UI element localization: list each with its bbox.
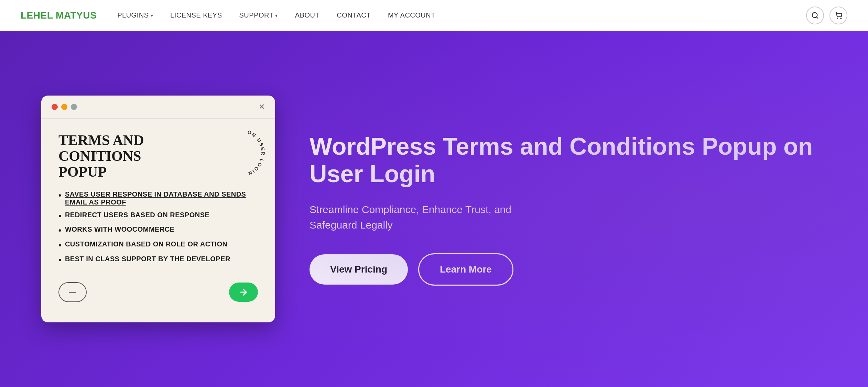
accept-button[interactable]: [229, 283, 258, 302]
decline-button[interactable]: —: [58, 282, 87, 302]
list-item: • SAVES USER RESPONSE IN DATABASE AND SE…: [58, 190, 258, 206]
cart-icon: [835, 12, 842, 19]
traffic-light-gray: [71, 104, 77, 110]
list-item: • REDIRECT USERS BASED ON RESPONSE: [58, 211, 258, 221]
traffic-light-red: [52, 104, 58, 110]
main-nav: PLUGINS ▾ LICENSE KEYS SUPPORT ▾ ABOUT C…: [117, 11, 806, 19]
curved-badge: ON USER LOGIN: [213, 125, 268, 180]
traffic-lights: [52, 104, 77, 110]
nav-plugins[interactable]: PLUGINS ▾: [117, 11, 153, 19]
list-item: • BEST IN CLASS SUPPORT BY THE DEVELOPER: [58, 255, 258, 265]
bullet-icon: •: [58, 240, 62, 250]
hero-buttons: View Pricing Learn More: [310, 253, 827, 286]
card-titlebar: ✕: [41, 96, 275, 119]
card-body: ON USER LOGIN TERMS AND CONITIONS POPUP …: [41, 119, 275, 319]
nav-about[interactable]: ABOUT: [295, 11, 319, 19]
hero-subtitle: Streamline Compliance, Enhance Trust, an…: [310, 202, 550, 233]
svg-point-3: [840, 18, 841, 19]
plugin-card-illustration: ✕ ON USER LOGIN TERMS AND CONITIONS POPU…: [41, 96, 275, 322]
header-actions: [806, 7, 847, 24]
nav-contact[interactable]: CONTACT: [337, 11, 371, 19]
learn-more-button[interactable]: Learn More: [418, 253, 513, 286]
bullet-icon: •: [58, 211, 62, 221]
close-icon: ✕: [259, 102, 265, 111]
svg-text:ON USER LOGIN: ON USER LOGIN: [247, 129, 266, 177]
card-title: TERMS AND CONITIONS POPUP: [58, 132, 175, 180]
hero-content: WordPress Terms and Conditions Popup on …: [310, 133, 827, 286]
cart-button[interactable]: [829, 7, 847, 24]
hero-section: ✕ ON USER LOGIN TERMS AND CONITIONS POPU…: [0, 31, 868, 387]
search-button[interactable]: [806, 7, 824, 24]
bullet-icon: •: [58, 255, 62, 265]
feature-list: • SAVES USER RESPONSE IN DATABASE AND SE…: [58, 190, 258, 265]
list-item: • CUSTOMIZATION BASED ON ROLE OR ACTION: [58, 240, 258, 250]
curved-text-svg: ON USER LOGIN: [213, 125, 268, 180]
svg-line-1: [816, 17, 818, 18]
bullet-icon: •: [58, 225, 62, 235]
hero-title: WordPress Terms and Conditions Popup on …: [310, 133, 827, 188]
card-actions: —: [58, 282, 258, 302]
view-pricing-button[interactable]: View Pricing: [310, 254, 408, 285]
bullet-icon: •: [58, 190, 62, 200]
brand-logo[interactable]: LEHEL MATYUS: [21, 10, 97, 21]
svg-point-2: [837, 18, 838, 19]
plugins-chevron-icon: ▾: [151, 13, 153, 18]
site-header: LEHEL MATYUS PLUGINS ▾ LICENSE KEYS SUPP…: [0, 0, 868, 31]
nav-license-keys[interactable]: LICENSE KEYS: [170, 11, 222, 19]
traffic-light-yellow: [61, 104, 67, 110]
support-chevron-icon: ▾: [275, 13, 278, 18]
search-icon: [811, 12, 819, 19]
nav-support[interactable]: SUPPORT ▾: [239, 11, 278, 19]
nav-my-account[interactable]: MY ACCOUNT: [388, 11, 435, 19]
arrow-right-icon: [239, 287, 248, 297]
list-item: • WORKS WITH WOOCOMMERCE: [58, 225, 258, 235]
